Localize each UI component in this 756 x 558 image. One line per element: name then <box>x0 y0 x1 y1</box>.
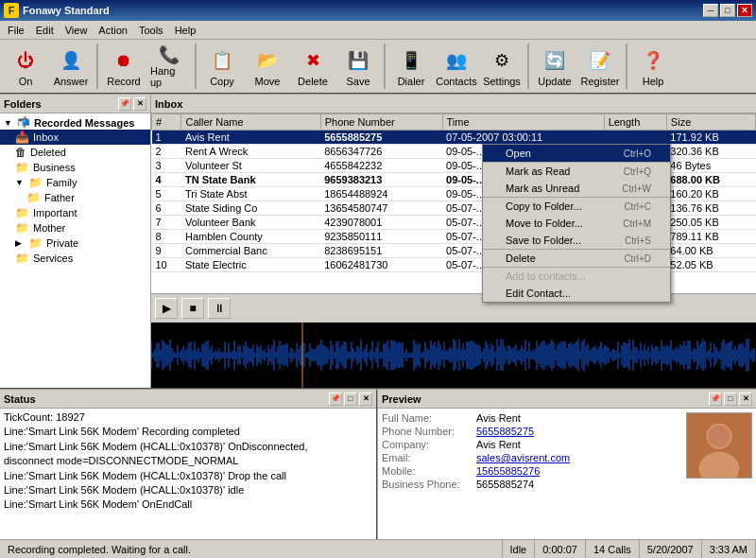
ctx-move-to[interactable]: Move to Folder... Ctrl+M <box>483 215 670 232</box>
col-size[interactable]: Size <box>666 114 755 131</box>
ctx-copy-to-label: Copy to Folder... <box>506 201 582 212</box>
preview-row: Business Phone:5655885274 <box>382 479 679 490</box>
col-num[interactable]: # <box>152 114 181 131</box>
status-pin-button[interactable]: 📌 <box>329 392 342 406</box>
contacts-button[interactable]: 👥 Contacts <box>435 42 478 91</box>
deleted-icon: 🗑 <box>15 146 26 159</box>
ctx-delete-shortcut: Ctrl+D <box>624 253 651 264</box>
sidebar-item-business[interactable]: 📁 Business <box>0 160 150 175</box>
preview-panel-title: Preview <box>382 393 421 405</box>
sidebar-item-mother[interactable]: 📁 Mother <box>0 220 150 235</box>
status-line: Line:'Smart Link 56K Modem' Recording co… <box>4 425 372 439</box>
status-maximize-button[interactable]: □ <box>344 392 357 406</box>
ctx-add-contacts: Add to contacts... <box>483 267 670 285</box>
menu-edit[interactable]: Edit <box>30 23 60 38</box>
table-row[interactable]: 1Avis Rent565588527507-05-2007 03:00:111… <box>152 131 756 145</box>
ctx-mark-unread[interactable]: Mark as Unread Ctrl+W <box>483 180 670 197</box>
ctx-mark-unread-shortcut: Ctrl+W <box>622 183 651 194</box>
menu-help[interactable]: Help <box>169 23 202 38</box>
ctx-delete[interactable]: Delete Ctrl+D <box>483 249 670 267</box>
menu-tools[interactable]: Tools <box>133 23 169 38</box>
hangup-label: Hang up <box>150 65 188 88</box>
preview-panel-header: Preview 📌 □ ✕ <box>378 390 756 409</box>
folder-root-item[interactable]: ▼ 📬 Recorded Messages <box>0 115 150 130</box>
col-caller[interactable]: Caller Name <box>181 114 320 131</box>
sidebar-item-services[interactable]: 📁 Services <box>0 251 150 266</box>
preview-panel: Preview 📌 □ ✕ Full Name:Avis RentPhone N… <box>378 390 756 539</box>
answer-button[interactable]: 👤 Answer <box>49 42 93 91</box>
maximize-button[interactable]: □ <box>720 4 735 17</box>
update-button[interactable]: 🔄 Update <box>533 42 576 91</box>
ctx-open-label: Open <box>506 148 531 159</box>
status-panel-title: Status <box>4 393 36 405</box>
sidebar-item-important[interactable]: 📁 Important <box>0 205 150 220</box>
status-close-button[interactable]: ✕ <box>359 392 372 406</box>
svg-point-325 <box>708 426 730 447</box>
ctx-edit-contact[interactable]: Edit Contact... <box>483 285 670 302</box>
dialer-button[interactable]: 📱 Dialer <box>389 42 433 91</box>
preview-close-button[interactable]: ✕ <box>739 392 752 406</box>
record-button[interactable]: ⏺ Record <box>102 42 146 91</box>
ctx-open-shortcut: Ctrl+O <box>624 148 651 159</box>
hangup-button[interactable]: 📞 Hang up <box>147 42 191 91</box>
inbox-header: Inbox <box>151 95 756 113</box>
col-phone[interactable]: Phone Number <box>320 114 442 131</box>
save-label: Save <box>346 76 369 87</box>
waveform <box>151 323 756 388</box>
ctx-mark-read[interactable]: Mark as Read Ctrl+Q <box>483 162 670 180</box>
save-button[interactable]: 💾 Save <box>336 42 380 91</box>
preview-row: Email:sales@avisrent.com <box>382 452 679 463</box>
preview-row: Mobile:15655885276 <box>382 465 679 477</box>
pause-button[interactable]: ⏸ <box>208 298 231 319</box>
copy-button[interactable]: 📋 Copy <box>200 42 244 91</box>
family-icon: 📁 <box>28 176 43 189</box>
col-time[interactable]: Time <box>442 114 604 131</box>
preview-row: Full Name:Avis Rent <box>382 412 679 424</box>
move-label: Move <box>255 76 281 87</box>
folder-tree: ▼ 📬 Recorded Messages 📥 Inbox 🗑 Deleted … <box>0 113 150 388</box>
play-button[interactable]: ▶ <box>155 298 178 319</box>
folder-close-button[interactable]: ✕ <box>133 97 146 111</box>
preview-maximize-button[interactable]: □ <box>724 392 737 406</box>
settings-button[interactable]: ⚙ Settings <box>480 42 524 91</box>
register-button[interactable]: 📝 Register <box>578 42 622 91</box>
move-button[interactable]: 📂 Move <box>246 42 289 91</box>
ctx-edit-contact-label: Edit Contact... <box>506 288 571 299</box>
menu-file[interactable]: File <box>2 23 30 38</box>
app-title: Fonawy Standard <box>23 5 703 16</box>
bottom-panels: Status 📌 □ ✕ TickCount: 18927Line:'Smart… <box>0 388 756 539</box>
sidebar-item-private[interactable]: ▶ 📁 Private <box>0 235 150 251</box>
toolbar: ⏻ On 👤 Answer ⏺ Record 📞 Hang up 📋 Copy … <box>0 40 756 95</box>
menu-view[interactable]: View <box>60 23 94 38</box>
sidebar-item-inbox[interactable]: 📥 Inbox <box>0 130 150 145</box>
ctx-copy-to[interactable]: Copy to Folder... Ctrl+C <box>483 197 670 215</box>
toolbar-sep-1 <box>96 44 98 89</box>
help-button[interactable]: ❓ Help <box>631 42 675 91</box>
move-icon: 📂 <box>252 45 283 76</box>
delete-button[interactable]: ✖ Delete <box>291 42 335 91</box>
business-label: Business <box>33 162 76 173</box>
inbox-label: Inbox <box>33 131 59 143</box>
col-length[interactable]: Length <box>604 114 666 131</box>
on-label: On <box>19 76 33 87</box>
ctx-save-to[interactable]: Save to Folder... Ctrl+S <box>483 232 670 249</box>
folder-pin-button[interactable]: 📌 <box>118 97 131 111</box>
sidebar-item-family[interactable]: ▼ 📁 Family <box>0 175 150 190</box>
record-label: Record <box>107 76 140 87</box>
menu-bar: File Edit View Action Tools Help <box>0 21 756 40</box>
status-line: TickCount: 18927 <box>4 410 372 425</box>
private-icon: 📁 <box>28 236 43 250</box>
preview-pin-button[interactable]: 📌 <box>709 392 722 406</box>
ctx-delete-label: Delete <box>506 253 536 264</box>
ctx-save-to-shortcut: Ctrl+S <box>625 235 651 246</box>
minimize-button[interactable]: ─ <box>703 4 718 17</box>
on-button[interactable]: ⏻ On <box>4 42 47 91</box>
menu-action[interactable]: Action <box>93 23 133 38</box>
close-button[interactable]: ✕ <box>737 4 752 17</box>
stop-button[interactable]: ■ <box>181 298 204 319</box>
sidebar-item-father[interactable]: 📁 Father <box>0 190 150 205</box>
answer-label: Answer <box>54 76 89 87</box>
hangup-icon: 📞 <box>154 44 184 65</box>
sidebar-item-deleted[interactable]: 🗑 Deleted <box>0 145 150 160</box>
ctx-open[interactable]: Open Ctrl+O <box>483 145 670 162</box>
